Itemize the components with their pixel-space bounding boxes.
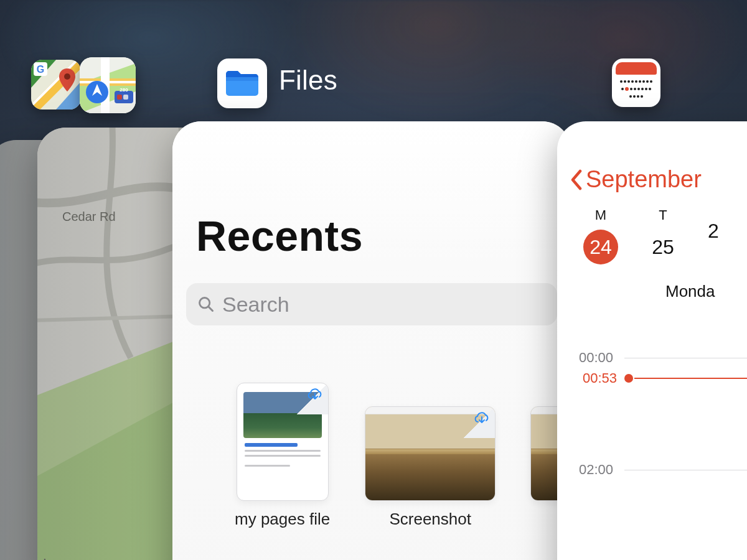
now-time-label: 00:53 <box>557 370 624 386</box>
calendar-hour-grid[interactable]: 00:00 00:53 02:00 <box>557 320 747 507</box>
day-number: 2 <box>708 213 743 248</box>
files-title: Recents <box>196 212 363 260</box>
files-folder-icon <box>224 69 260 98</box>
file-name: my pages file <box>235 510 330 529</box>
svg-text:G: G <box>37 64 44 75</box>
calendar-now-indicator: 00:53 <box>557 370 747 386</box>
day-number: 25 <box>646 230 680 264</box>
calendar-hour-row: 02:00 <box>557 432 747 507</box>
calendar-back-label: September <box>586 166 702 193</box>
search-icon <box>197 296 215 313</box>
svg-rect-15 <box>123 95 128 100</box>
svg-text:280: 280 <box>120 87 128 93</box>
day-number: 24 <box>583 230 618 264</box>
calendar-back-button[interactable]: September <box>570 166 702 193</box>
app-switcher: G 280 <box>0 0 747 560</box>
calendar-day[interactable]: T 25 <box>632 207 694 264</box>
icloud-download-icon <box>306 387 324 402</box>
files-search-field[interactable]: Search <box>186 283 557 325</box>
calendar-card[interactable]: September M 24 T 25 2 Monda 0 <box>557 121 747 560</box>
files-thumbnails: my pages file Screenshot <box>235 383 571 529</box>
svg-point-7 <box>64 73 70 80</box>
svg-rect-12 <box>80 81 136 83</box>
weekday-label: T <box>659 207 667 223</box>
svg-rect-20 <box>226 77 258 81</box>
files-app-icon[interactable] <box>217 58 267 108</box>
calendar-icon-header <box>616 62 657 75</box>
search-placeholder: Search <box>222 292 289 317</box>
google-maps-icon[interactable]: G <box>31 60 81 110</box>
calendar-day[interactable]: 2 <box>694 207 747 264</box>
weekday-label: M <box>595 207 606 223</box>
apple-maps-icon[interactable]: 280 <box>80 57 136 113</box>
hour-label: 00:00 <box>557 350 624 366</box>
calendar-day[interactable]: M 24 <box>570 207 632 264</box>
svg-line-25 <box>209 307 213 311</box>
hour-label: 02:00 <box>557 462 624 478</box>
calendar-icon-body <box>616 75 657 103</box>
files-card[interactable]: Recents Search <box>172 121 571 560</box>
calendar-day-strip: M 24 T 25 2 <box>557 207 747 264</box>
file-thumbnail-screenshot <box>365 406 496 501</box>
file-thumbnail-pages <box>237 383 329 501</box>
calendar-app-icon[interactable] <box>612 58 660 107</box>
svg-rect-14 <box>117 95 122 100</box>
maps-icon-pair: G 280 <box>31 57 149 110</box>
icloud-download-icon <box>472 411 491 426</box>
chevron-left-icon <box>570 169 583 190</box>
calendar-day-subtitle: Monda <box>665 282 715 301</box>
file-item[interactable]: my pages file <box>235 383 330 529</box>
files-app-label: Files <box>279 65 337 96</box>
file-item[interactable]: Screenshot <box>365 406 496 529</box>
file-name: Screenshot <box>389 510 471 529</box>
